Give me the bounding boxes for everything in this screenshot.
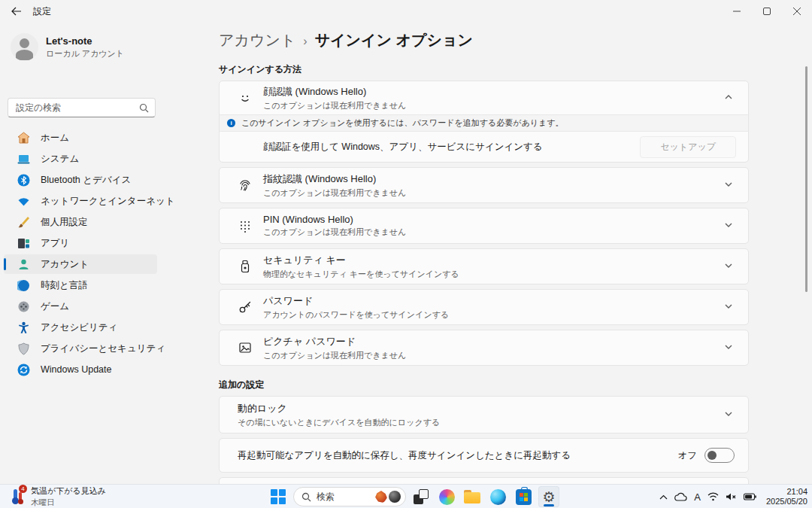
sidebar-item-accessibility[interactable]: アクセシビリティ xyxy=(4,318,157,337)
ime-indicator[interactable]: A xyxy=(694,491,701,503)
thermometer-icon: 4 xyxy=(9,488,26,506)
wifi-icon xyxy=(17,195,30,208)
user-account-block[interactable]: Let's-note ローカル アカウント xyxy=(11,33,218,61)
method-subtitle: このオプションは現在利用できません xyxy=(263,100,724,111)
method-title: 指紋認識 (Windows Hello) xyxy=(263,172,724,186)
security-key-header[interactable]: セキュリティ キー 物理的なセキュリティ キーを使ってサインインする xyxy=(220,249,748,284)
bluetooth-icon xyxy=(17,174,30,187)
scrollbar[interactable] xyxy=(805,66,807,292)
picture-password-header[interactable]: ピクチャ パスワード このオプションは現在利用できません xyxy=(220,330,748,365)
tray-chevron-up-button[interactable] xyxy=(659,494,668,500)
back-button[interactable] xyxy=(5,2,29,20)
sidebar-nav: ホーム システム Bluetooth とデバイス ネットワークとインターネット … xyxy=(4,128,157,381)
close-icon xyxy=(793,8,801,15)
info-text: このサインイン オプションを使用するには、パスワードを追加する必要があります。 xyxy=(241,117,564,129)
password-required-infobar: i このサインイン オプションを使用するには、パスワードを追加する必要があります… xyxy=(220,114,748,132)
copilot-icon xyxy=(439,489,455,505)
method-title: PIN (Windows Hello) xyxy=(263,214,724,225)
method-subtitle: アカウントのパスワードを使ってサインインする xyxy=(263,309,724,321)
chevron-down-icon xyxy=(724,409,735,420)
method-title: セキュリティ キー xyxy=(263,254,724,267)
setup-button[interactable]: セットアップ xyxy=(640,136,736,158)
chevron-up-icon xyxy=(724,93,735,103)
user-name: Let's-note xyxy=(46,35,124,47)
maximize-button[interactable] xyxy=(752,0,782,23)
sidebar-item-privacy[interactable]: プライバシーとセキュリティ xyxy=(4,339,157,358)
settings-search[interactable] xyxy=(8,98,156,117)
onedrive-tray-button[interactable] xyxy=(674,492,687,501)
weather-day: 木曜日 xyxy=(31,497,106,508)
sidebar-item-bluetooth[interactable]: Bluetooth とデバイス xyxy=(4,170,157,190)
chevron-down-icon xyxy=(724,221,735,231)
gear-icon: ⚙ xyxy=(542,490,555,504)
pin-pad-icon xyxy=(238,218,253,233)
microsoft-store-button[interactable] xyxy=(513,486,534,507)
user-account-type: ローカル アカウント xyxy=(46,48,124,59)
globe-clock-icon xyxy=(17,279,30,292)
clock[interactable]: 21:04 2025/05/20 xyxy=(766,487,807,506)
face-icon xyxy=(238,90,253,105)
picture-icon xyxy=(238,340,253,355)
taskbar-search[interactable]: 検索 xyxy=(293,487,406,506)
maximize-icon xyxy=(763,8,771,15)
sidebar-item-accounts[interactable]: アカウント xyxy=(4,254,157,274)
sidebar-item-network[interactable]: ネットワークとインターネット xyxy=(4,191,157,211)
battery-icon xyxy=(744,493,756,500)
breadcrumb-parent[interactable]: アカウント xyxy=(219,30,295,50)
sidebar-item-personalization[interactable]: 個人用設定 xyxy=(4,212,157,232)
volume-muted-button[interactable] xyxy=(726,492,737,501)
system-icon xyxy=(17,153,30,166)
start-button[interactable] xyxy=(268,486,289,507)
face-recognition-header[interactable]: 顔認識 (Windows Hello) このオプションは現在利用できません xyxy=(220,81,748,114)
task-view-button[interactable] xyxy=(411,486,432,507)
sidebar-item-system[interactable]: システム xyxy=(4,149,157,169)
search-highlight-leaf-icon xyxy=(375,491,387,503)
sidebar-item-time-language[interactable]: 時刻と言語 xyxy=(4,275,157,295)
back-arrow-icon xyxy=(11,7,22,16)
method-subtitle: このオプションは現在利用できません xyxy=(263,227,724,238)
info-icon: i xyxy=(227,119,235,127)
app-title: 設定 xyxy=(33,5,51,18)
close-button[interactable] xyxy=(782,0,812,23)
weather-widget[interactable]: 4 気温が下がる見込み 木曜日 xyxy=(2,485,114,508)
speaker-mute-icon xyxy=(726,492,737,501)
settings-window: 設定 Let's-note ローカル アカウント ホーム xyxy=(0,0,812,508)
method-title: ピクチャ パスワード xyxy=(263,335,724,348)
sidebar-item-gaming[interactable]: ゲーム xyxy=(4,297,157,316)
usb-key-icon xyxy=(238,259,253,274)
weather-badge: 4 xyxy=(19,485,27,493)
card-picture-password: ピクチャ パスワード このオプションは現在利用できません xyxy=(219,330,749,366)
page-title: サインイン オプション xyxy=(315,30,473,50)
password-header[interactable]: パスワード アカウントのパスワードを使ってサインインする xyxy=(220,290,748,324)
windows-logo-icon xyxy=(271,489,286,504)
file-explorer-button[interactable] xyxy=(462,486,483,507)
minimize-button[interactable] xyxy=(722,0,752,23)
taskbar-search-placeholder: 検索 xyxy=(317,491,375,503)
system-tray: A 21:04 2025/05/20 xyxy=(659,485,807,508)
card-security-key: セキュリティ キー 物理的なセキュリティ キーを使ってサインインする xyxy=(219,248,749,284)
method-subtitle: このオプションは現在利用できません xyxy=(263,187,724,199)
chevron-down-icon xyxy=(724,302,735,312)
pin-header[interactable]: PIN (Windows Hello) このオプションは現在利用できません xyxy=(220,208,748,243)
settings-taskbar-button[interactable]: ⚙ xyxy=(538,486,559,507)
edge-button[interactable] xyxy=(487,486,508,507)
dynamic-lock-header[interactable]: 動的ロック その場にいないときにデバイスを自動的にロックする xyxy=(220,397,748,433)
sidebar-item-windows-update[interactable]: Windows Update xyxy=(4,360,157,379)
copilot-button[interactable] xyxy=(436,486,457,507)
apps-icon xyxy=(17,237,30,250)
clock-date: 2025/05/20 xyxy=(766,497,807,506)
fingerprint-header[interactable]: 指紋認識 (Windows Hello) このオプションは現在利用できません xyxy=(220,168,748,202)
method-title: 顔認識 (Windows Hello) xyxy=(263,85,724,99)
restartable-apps-label: 再起動可能なアプリを自動的に保存し、再度サインインしたときに再起動する xyxy=(238,449,677,462)
shield-icon xyxy=(17,342,30,355)
search-input[interactable] xyxy=(8,102,139,113)
taskbar-center: 検索 ⚙ xyxy=(268,485,559,508)
sidebar-item-home[interactable]: ホーム xyxy=(4,128,157,148)
method-subtitle: このオプションは現在利用できません xyxy=(263,350,724,361)
accounts-icon xyxy=(17,258,30,271)
wifi-tray-button[interactable] xyxy=(707,492,719,501)
sidebar-item-apps[interactable]: アプリ xyxy=(4,233,157,253)
cloud-icon xyxy=(674,492,687,501)
battery-tray-button[interactable] xyxy=(744,493,756,500)
restartable-apps-toggle[interactable] xyxy=(704,448,735,463)
